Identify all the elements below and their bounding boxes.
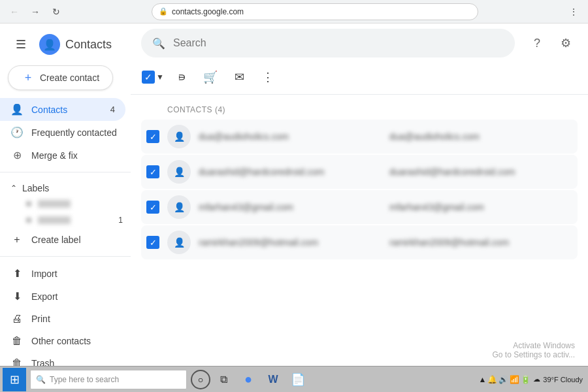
contact-email-secondary-2: mfarhan43@gmail.com bbox=[389, 202, 572, 212]
sidebar-divider-2 bbox=[0, 256, 131, 257]
sidebar-action-print[interactable]: 🖨 Print bbox=[0, 308, 125, 330]
start-button[interactable]: ⊞ bbox=[3, 368, 26, 391]
add-icon: + bbox=[10, 234, 24, 246]
clock-icon: 🕐 bbox=[10, 126, 24, 139]
contact-email-secondary-0: dua@audioholics.com bbox=[389, 131, 572, 142]
contacts-list-area: CONTACTS (4) ✓ 👤 dua@audioholics.com dua… bbox=[131, 95, 588, 366]
more-options-button[interactable]: ⋮ bbox=[256, 65, 280, 89]
label-dot-2 bbox=[26, 218, 31, 223]
merge-selected-button[interactable]: ⋼ bbox=[170, 65, 193, 89]
select-all-button[interactable]: ✓ ▼ bbox=[141, 65, 165, 89]
contact-email-primary-3: ramirkhan2009@hotmail.com bbox=[199, 237, 382, 248]
trash-icon: 🗑 bbox=[10, 357, 24, 366]
task-view-icon: ⧉ bbox=[220, 374, 227, 385]
contact-avatar-3: 👤 bbox=[167, 231, 191, 254]
contact-checkbox-3[interactable]: ✓ bbox=[146, 236, 159, 249]
create-contact-button[interactable]: + Create contact bbox=[8, 65, 113, 90]
contact-email-secondary-1: duarashid@hardcoredroid.com bbox=[389, 167, 572, 177]
taskbar-right-section: ▲ 🔔 🔊 📶 🔋 ☁ 39°F Cloudy bbox=[478, 375, 585, 384]
search-box[interactable]: 🔍 bbox=[141, 29, 515, 57]
task-view-button[interactable]: ⧉ bbox=[212, 368, 235, 391]
contact-checkbox-0[interactable]: ✓ bbox=[146, 130, 159, 143]
contact-checkbox-1[interactable]: ✓ bbox=[146, 165, 159, 178]
sidebar-item-frequently-contacted[interactable]: 🕐 Frequently contacted bbox=[0, 121, 125, 144]
email-selected-button[interactable]: ✉ bbox=[227, 65, 251, 89]
sidebar-action-create-label[interactable]: + Create label bbox=[0, 229, 125, 251]
more-options-icon: ⋮ bbox=[262, 70, 274, 84]
sidebar-action-export[interactable]: ⬇ Export bbox=[0, 285, 125, 308]
label-icon: 🛒 bbox=[203, 70, 218, 84]
contacts-icon: 👤 bbox=[10, 103, 24, 116]
contacts-label: Contacts bbox=[31, 105, 67, 115]
contacts-toolbar: ✓ ▼ ⋼ 🛒 ✉ ⋮ bbox=[131, 63, 588, 95]
contact-avatar-0: 👤 bbox=[167, 125, 191, 148]
taskbar-app-word[interactable]: W bbox=[261, 368, 285, 391]
windows-logo-icon: ⊞ bbox=[10, 372, 20, 387]
email-icon: ✉ bbox=[235, 70, 244, 84]
contacts-badge: 4 bbox=[108, 105, 118, 114]
weather-text: 39°F Cloudy bbox=[543, 376, 583, 384]
label-selected-button[interactable]: 🛒 bbox=[199, 65, 222, 89]
taskbar-search-box[interactable]: 🔍 Type here to search bbox=[30, 370, 187, 389]
contact-row-2[interactable]: ✓ 👤 mfarhan43@gmail.com mfarhan43@gmail.… bbox=[141, 190, 578, 224]
sidebar-action-other-contacts[interactable]: 🗑 Other contacts bbox=[0, 330, 125, 352]
cortana-icon: ○ bbox=[198, 374, 203, 385]
print-label: Print bbox=[31, 314, 50, 324]
system-tray: ▲ 🔔 🔊 📶 🔋 bbox=[478, 375, 531, 384]
taskbar-app-chrome[interactable]: ● bbox=[237, 368, 260, 391]
tray-icon-1: 🔔 bbox=[487, 375, 497, 384]
label-item-2[interactable]: 1 bbox=[0, 212, 131, 229]
main-content: 🔍 ? ⚙ ✓ ▼ ⋼ 🛒 ✉ ⋮ bbox=[131, 24, 588, 366]
taskbar: ⊞ 🔍 Type here to search ○ ⧉ ● W 📄 ▲ 🔔 🔊 … bbox=[0, 366, 588, 392]
import-label: Import bbox=[31, 269, 57, 279]
sidebar: ☰ 👤 Contacts + Create contact 👤 Contacts… bbox=[0, 24, 131, 366]
labels-section-header[interactable]: ⌃ Labels bbox=[0, 178, 131, 196]
create-label-text: Create label bbox=[31, 235, 81, 245]
browser-menu-button[interactable]: ⋮ bbox=[566, 4, 581, 20]
sidebar-item-merge-fix[interactable]: ⊕ Merge & fix bbox=[0, 144, 125, 167]
top-right-icons: ? ⚙ bbox=[525, 31, 578, 55]
help-button[interactable]: ? bbox=[525, 31, 549, 55]
tray-arrow[interactable]: ▲ bbox=[478, 375, 486, 384]
trash-label: Trash bbox=[31, 358, 54, 366]
contacts-count-header: CONTACTS (4) bbox=[141, 100, 578, 120]
contacts-logo-icon: 👤 bbox=[39, 34, 60, 55]
contact-row-3[interactable]: ✓ 👤 ramirkhan2009@hotmail.com ramirkhan2… bbox=[141, 225, 578, 259]
label-item-1[interactable] bbox=[0, 196, 131, 212]
sidebar-action-trash[interactable]: 🗑 Trash bbox=[0, 352, 125, 366]
app-container: ☰ 👤 Contacts + Create contact 👤 Contacts… bbox=[0, 24, 588, 366]
sidebar-divider-1 bbox=[0, 172, 131, 172]
contact-avatar-1: 👤 bbox=[167, 160, 191, 184]
select-dropdown-arrow: ▼ bbox=[156, 73, 164, 82]
sidebar-header: ☰ 👤 Contacts bbox=[0, 29, 131, 63]
back-button[interactable]: ← bbox=[7, 4, 22, 20]
label-name-1 bbox=[38, 200, 71, 208]
sidebar-item-contacts[interactable]: 👤 Contacts 4 bbox=[0, 98, 125, 121]
taskbar-app-notepad[interactable]: 📄 bbox=[286, 368, 310, 391]
sidebar-action-import[interactable]: ⬆ Import bbox=[0, 262, 125, 285]
cortana-button[interactable]: ○ bbox=[191, 370, 210, 389]
search-input[interactable] bbox=[173, 37, 504, 49]
hamburger-button[interactable]: ☰ bbox=[10, 34, 31, 55]
import-icon: ⬆ bbox=[10, 267, 24, 280]
select-all-checkbox: ✓ bbox=[142, 71, 155, 84]
contact-row-1[interactable]: ✓ 👤 duarashid@hardcoredroid.com duarashi… bbox=[141, 155, 578, 189]
contact-email-primary-0: dua@audioholics.com bbox=[199, 131, 382, 142]
forward-button[interactable]: → bbox=[27, 4, 43, 20]
taskbar-search-icon: 🔍 bbox=[36, 375, 46, 384]
contact-avatar-2: 👤 bbox=[167, 195, 191, 219]
taskbar-search-placeholder: Type here to search bbox=[50, 375, 119, 384]
print-icon: 🖨 bbox=[10, 313, 24, 325]
weather-widget: ☁ 39°F Cloudy bbox=[533, 375, 583, 384]
contact-row-0[interactable]: ✓ 👤 dua@audioholics.com dua@audioholics.… bbox=[141, 120, 578, 154]
refresh-button[interactable]: ↻ bbox=[48, 4, 64, 20]
export-label: Export bbox=[31, 291, 57, 302]
frequently-contacted-label: Frequently contacted bbox=[31, 127, 117, 138]
address-bar[interactable]: 🔒 contacts.google.com bbox=[152, 3, 478, 20]
label-badge-2: 1 bbox=[118, 216, 123, 225]
labels-section-title: Labels bbox=[22, 183, 49, 193]
chevron-up-icon: ⌃ bbox=[10, 184, 17, 193]
contact-checkbox-2[interactable]: ✓ bbox=[146, 201, 159, 214]
activate-windows-watermark: Activate Windows Go to Settings to activ… bbox=[492, 341, 575, 359]
settings-button[interactable]: ⚙ bbox=[554, 31, 578, 55]
